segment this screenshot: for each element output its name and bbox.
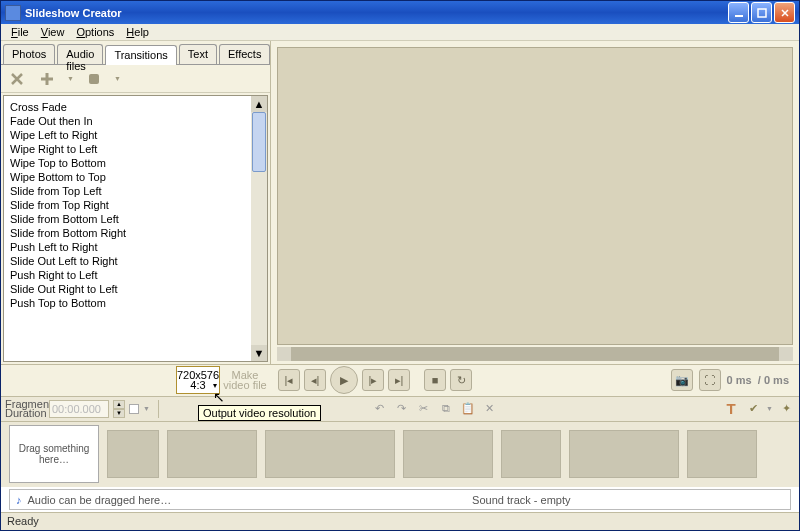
timeline-thumb[interactable] xyxy=(569,430,679,478)
list-item[interactable]: Cross Fade xyxy=(10,100,261,114)
timeline: Drag something here… xyxy=(1,422,799,487)
text-tool-icon[interactable]: T xyxy=(722,400,740,418)
preview-scrollbar[interactable] xyxy=(277,347,793,361)
menubar: File View Options Help xyxy=(1,24,799,41)
loop-button[interactable]: ↻ xyxy=(450,369,472,391)
music-note-icon: ♪ xyxy=(16,494,22,506)
menu-help[interactable]: Help xyxy=(120,24,155,40)
app-icon xyxy=(5,5,21,21)
menu-file[interactable]: File xyxy=(5,24,35,40)
statusbar: Ready xyxy=(1,512,799,530)
svg-rect-2 xyxy=(89,74,99,84)
tab-audio[interactable]: Audio files xyxy=(57,44,103,64)
cut-icon[interactable]: ✂ xyxy=(415,400,433,418)
audio-track-label: Sound track - empty xyxy=(259,494,784,506)
resolution-button[interactable]: 720x576 4:3 ▾ xyxy=(176,366,220,394)
titlebar: Slideshow Creator xyxy=(1,1,799,24)
timeline-thumb[interactable] xyxy=(265,430,395,478)
duration-input[interactable] xyxy=(49,400,109,418)
scroll-right-icon[interactable] xyxy=(779,347,793,361)
undo-icon[interactable]: ↶ xyxy=(371,400,389,418)
stop-button[interactable]: ■ xyxy=(424,369,446,391)
close-button[interactable] xyxy=(774,2,795,23)
menu-view[interactable]: View xyxy=(35,24,71,40)
stop-icon[interactable] xyxy=(84,69,104,89)
checkbox[interactable] xyxy=(129,404,139,414)
mid-toolbar: 720x576 4:3 ▾ Make video file |◂ ◂| ▶ |▸… xyxy=(1,364,799,397)
minimize-button[interactable] xyxy=(728,2,749,23)
list-item[interactable]: Fade Out then In xyxy=(10,114,261,128)
scroll-left-icon[interactable] xyxy=(277,347,291,361)
audio-drag-text: Audio can be dragged here… xyxy=(28,494,253,506)
svg-rect-1 xyxy=(758,9,766,17)
list-item[interactable]: Slide from Top Right xyxy=(10,198,261,212)
transition-list: Cross Fade Fade Out then In Wipe Left to… xyxy=(3,95,268,361)
tab-effects[interactable]: Effects xyxy=(219,44,270,64)
effect-tool-icon[interactable]: ✦ xyxy=(777,400,795,418)
list-item[interactable]: Slide from Bottom Right xyxy=(10,226,261,240)
list-item[interactable]: Wipe Top to Bottom xyxy=(10,156,261,170)
list-item[interactable]: Slide Out Left to Right xyxy=(10,254,261,268)
list-item[interactable]: Slide Out Right to Left xyxy=(10,282,261,296)
delete-tool-icon[interactable]: ✕ xyxy=(481,400,499,418)
timeline-thumb[interactable] xyxy=(107,430,159,478)
time-total: 0 ms xyxy=(764,374,789,386)
audio-track[interactable]: ♪ Audio can be dragged here… Sound track… xyxy=(9,489,791,510)
list-item[interactable]: Slide from Top Left xyxy=(10,184,261,198)
list-item[interactable]: Slide from Bottom Left xyxy=(10,212,261,226)
redo-icon[interactable]: ↷ xyxy=(393,400,411,418)
list-item[interactable]: Push Top to Bottom xyxy=(10,296,261,310)
svg-rect-0 xyxy=(735,15,743,17)
time-current: 0 ms xyxy=(727,374,752,386)
tab-photos[interactable]: Photos xyxy=(3,44,55,64)
timeline-thumb[interactable] xyxy=(403,430,493,478)
delete-icon[interactable] xyxy=(7,69,27,89)
resolution-aspect: 4:3 xyxy=(190,380,205,390)
left-panel: Photos Audio files Transitions Text Effe… xyxy=(1,41,271,363)
window-title: Slideshow Creator xyxy=(25,7,726,19)
paste-icon[interactable]: 📋 xyxy=(459,400,477,418)
list-item[interactable]: Wipe Right to Left xyxy=(10,142,261,156)
copy-icon[interactable]: ⧉ xyxy=(437,400,455,418)
skip-back-button[interactable]: |◂ xyxy=(278,369,300,391)
step-back-button[interactable]: ◂| xyxy=(304,369,326,391)
skip-forward-button[interactable]: ▸| xyxy=(388,369,410,391)
timeline-thumb[interactable] xyxy=(501,430,561,478)
tab-text[interactable]: Text xyxy=(179,44,217,64)
drag-slot[interactable]: Drag something here… xyxy=(9,425,99,483)
tabstrip: Photos Audio files Transitions Text Effe… xyxy=(1,41,270,65)
menu-options[interactable]: Options xyxy=(70,24,120,40)
scroll-thumb[interactable] xyxy=(252,112,266,172)
scrollbar[interactable]: ▲ ▼ xyxy=(251,96,267,360)
list-item[interactable]: Push Right to Left xyxy=(10,268,261,282)
check-tool-icon[interactable]: ✔ xyxy=(744,400,762,418)
step-forward-button[interactable]: |▸ xyxy=(362,369,384,391)
scroll-down-icon[interactable]: ▼ xyxy=(251,345,267,361)
tooltip: Output video resolution xyxy=(198,405,321,421)
fragment-label: FragmentDuration xyxy=(5,400,45,418)
list-item[interactable]: Push Left to Right xyxy=(10,240,261,254)
list-item[interactable]: Wipe Left to Right xyxy=(10,128,261,142)
fullscreen-icon[interactable]: ⛶ xyxy=(699,369,721,391)
list-item[interactable]: Wipe Bottom to Top xyxy=(10,170,261,184)
preview-panel xyxy=(271,41,799,363)
maximize-button[interactable] xyxy=(751,2,772,23)
tab-transitions[interactable]: Transitions xyxy=(105,45,176,65)
play-button[interactable]: ▶ xyxy=(330,366,358,394)
duration-spinner[interactable]: ▲▼ xyxy=(113,400,125,418)
scroll-up-icon[interactable]: ▲ xyxy=(251,96,267,112)
timeline-thumb[interactable] xyxy=(167,430,257,478)
dropdown-icon: ▾ xyxy=(213,381,217,391)
preview-canvas xyxy=(277,47,793,344)
tool-row: FragmentDuration ▲▼ ▼ ↶ ↷ ✂ ⧉ 📋 ✕ T ✔ ▼ … xyxy=(1,397,799,422)
make-video-button[interactable]: Make video file xyxy=(222,366,268,394)
camera-icon[interactable]: 📷 xyxy=(671,369,693,391)
timeline-thumb[interactable] xyxy=(687,430,757,478)
add-icon[interactable] xyxy=(37,69,57,89)
left-toolbar: ▼ ▼ xyxy=(1,65,270,93)
